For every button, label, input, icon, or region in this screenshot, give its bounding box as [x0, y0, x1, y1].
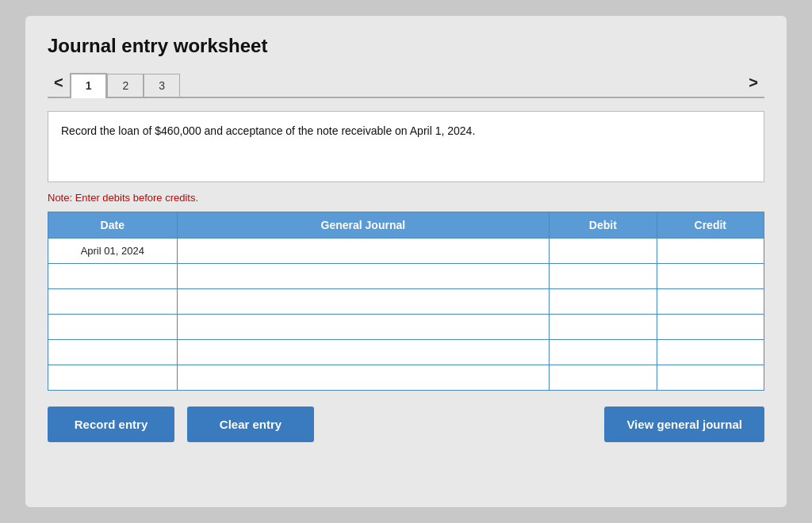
cell-journal-1	[177, 264, 550, 289]
cell-debit-1	[550, 264, 657, 289]
table-header-row: Date General Journal Debit Credit	[48, 212, 764, 239]
tab-2[interactable]: 2	[107, 74, 144, 97]
cell-debit-5	[550, 365, 657, 391]
table-row: April 01, 2024	[48, 239, 764, 264]
table-row	[48, 315, 764, 340]
credit-input-2[interactable]	[657, 289, 764, 314]
credit-input-5[interactable]	[657, 365, 764, 390]
cell-debit-4	[550, 340, 657, 365]
cell-date-3	[48, 315, 178, 340]
cell-date-5	[48, 365, 178, 391]
header-date: Date	[48, 212, 178, 239]
date-input-3[interactable]	[48, 315, 177, 339]
cell-debit-3	[550, 315, 657, 340]
debit-input-2[interactable]	[550, 289, 656, 314]
date-input-4[interactable]	[48, 340, 177, 365]
cell-credit-1	[657, 264, 764, 289]
cell-debit-2	[550, 289, 657, 315]
credit-input-0[interactable]	[657, 239, 764, 263]
cell-credit-3	[657, 315, 764, 340]
clear-entry-button[interactable]: Clear entry	[187, 407, 314, 442]
journal-input-2[interactable]	[178, 289, 550, 314]
header-credit: Credit	[657, 212, 764, 239]
cell-journal-3	[177, 315, 550, 340]
cell-credit-2	[657, 289, 764, 315]
prev-button[interactable]: <	[48, 71, 70, 94]
buttons-row: Record entry Clear entry View general jo…	[48, 407, 764, 442]
debit-input-1[interactable]	[550, 264, 656, 288]
cell-journal-2	[177, 289, 550, 315]
next-button[interactable]: >	[742, 71, 764, 94]
tab-3[interactable]: 3	[144, 74, 180, 97]
date-input-2[interactable]	[48, 289, 177, 314]
date-value-0: April 01, 2024	[48, 242, 177, 260]
description-box: Record the loan of $460,000 and acceptan…	[48, 111, 764, 182]
header-journal: General Journal	[177, 212, 550, 239]
credit-input-4[interactable]	[657, 340, 764, 365]
worksheet-container: Journal entry worksheet < 1 2 3 > Record…	[25, 16, 787, 507]
cell-date-1	[48, 264, 178, 289]
header-debit: Debit	[550, 212, 657, 239]
cell-journal-0	[177, 239, 550, 264]
journal-table: Date General Journal Debit Credit April …	[48, 212, 764, 391]
journal-input-0[interactable]	[178, 239, 550, 263]
cell-credit-4	[657, 340, 764, 365]
table-row	[48, 289, 764, 315]
cell-credit-0	[657, 239, 764, 264]
journal-input-1[interactable]	[178, 264, 550, 288]
tabs-row: < 1 2 3 >	[48, 71, 764, 98]
debit-input-4[interactable]	[550, 340, 656, 365]
cell-date-2	[48, 289, 178, 315]
cell-credit-5	[657, 365, 764, 391]
date-input-1[interactable]	[48, 264, 177, 288]
table-row	[48, 365, 764, 391]
record-entry-button[interactable]: Record entry	[48, 407, 174, 442]
debit-input-3[interactable]	[550, 315, 656, 339]
table-row	[48, 264, 764, 289]
cell-date-4	[48, 340, 178, 365]
view-general-journal-button[interactable]: View general journal	[604, 407, 764, 442]
debit-input-0[interactable]	[550, 239, 656, 263]
credit-input-1[interactable]	[657, 264, 764, 288]
journal-input-4[interactable]	[178, 340, 550, 365]
tab-1[interactable]: 1	[70, 73, 108, 98]
journal-input-5[interactable]	[178, 365, 550, 390]
cell-journal-5	[177, 365, 550, 391]
credit-input-3[interactable]	[657, 315, 764, 339]
debit-input-5[interactable]	[550, 365, 656, 390]
cell-journal-4	[177, 340, 550, 365]
table-row	[48, 340, 764, 365]
journal-input-3[interactable]	[178, 315, 550, 339]
note-text: Note: Enter debits before credits.	[48, 192, 764, 204]
page-title: Journal entry worksheet	[48, 35, 764, 57]
date-input-5[interactable]	[48, 365, 177, 390]
cell-date-0: April 01, 2024	[48, 239, 178, 264]
cell-debit-0	[550, 239, 657, 264]
description-text: Record the loan of $460,000 and acceptan…	[61, 124, 475, 137]
